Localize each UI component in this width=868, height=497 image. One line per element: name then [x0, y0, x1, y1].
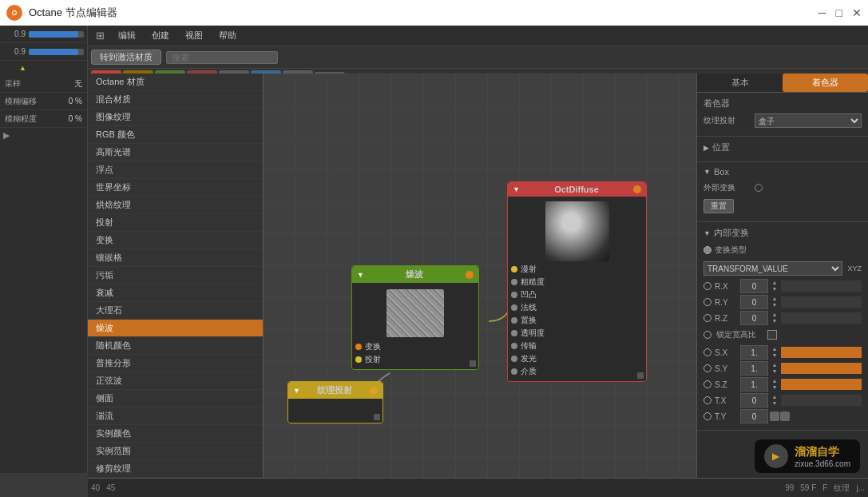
mat-turbflow[interactable]: 湍流: [88, 408, 263, 425]
noise-port-transform[interactable]: 变换: [355, 340, 475, 353]
diffuse-corner-dot: [637, 372, 644, 379]
top-actions: 转到激活材质: [88, 46, 868, 69]
menu-edit[interactable]: 编辑: [112, 28, 142, 43]
texture-projection-select[interactable]: 盒子 XYZ UVW: [755, 113, 862, 128]
mat-noise[interactable]: 燥波: [88, 320, 263, 337]
tx-label: T.X: [715, 396, 739, 405]
reset-button[interactable]: 重置: [704, 199, 734, 213]
noise-port-cast[interactable]: 投射: [355, 353, 475, 366]
right-tab-shader[interactable]: 着色器: [783, 74, 868, 92]
diffuse-port-bump[interactable]: 凹凸: [511, 288, 643, 301]
material-list-panel: Octane 材质 混合材质 图像纹理 RGB 颜色 高斯光谱 浮点 世界坐标 …: [88, 74, 264, 478]
mat-inst-range[interactable]: 实例范围: [88, 443, 263, 460]
port-label-emit: 发光: [521, 353, 537, 364]
diffuse-port-roughness[interactable]: 粗糙度: [511, 276, 643, 288]
transform-type-select[interactable]: TRANSFORM_VALUE TRANSFORM_FULL: [704, 261, 842, 276]
noise-node[interactable]: ▼ 燥波 变换 投射: [351, 265, 479, 370]
port-dot-bump: [511, 292, 517, 298]
slider-2-track[interactable]: [29, 49, 84, 55]
lock-aspect-checkbox[interactable]: [767, 330, 777, 340]
toolbar: ⊞ 编辑 创建 视图 帮助: [88, 26, 868, 46]
window-controls[interactable]: ─ □ ✕: [818, 6, 862, 19]
external-transform-label: 外部变换: [704, 182, 751, 193]
mat-bake[interactable]: 烘焙纹理: [88, 197, 263, 214]
ty-value[interactable]: 0: [740, 409, 768, 423]
diffuse-port-opacity[interactable]: 透明度: [511, 327, 643, 340]
mat-world[interactable]: 世界坐标: [88, 179, 263, 197]
rx-stepper[interactable]: ▲▼: [770, 280, 779, 292]
sx-radio[interactable]: [704, 348, 711, 356]
sy-row: S.Y 1. ▲▼: [704, 361, 862, 376]
diffuse-node[interactable]: ▼ OctDiffuse 漫射 粗糙度 凹凸: [507, 181, 647, 382]
toolbar-grid-icon[interactable]: ⊞: [91, 27, 109, 45]
tl-marker-40: 40: [91, 483, 100, 492]
mat-float[interactable]: 浮点: [88, 161, 263, 179]
sy-stepper[interactable]: ▲▼: [770, 362, 779, 375]
uvw-corner-dot: [374, 414, 380, 420]
mat-falloff[interactable]: 衰减: [88, 284, 263, 302]
mat-side[interactable]: 侧面: [88, 390, 263, 408]
mat-inst-color[interactable]: 实例颜色: [88, 425, 263, 443]
mat-dirt[interactable]: 污垢: [88, 267, 263, 284]
diffuse-port-medium[interactable]: 介质: [511, 365, 643, 378]
mat-image[interactable]: 图像纹理: [88, 109, 263, 126]
noise-preview: [386, 289, 444, 337]
sz-stepper[interactable]: ▲▼: [770, 378, 779, 391]
right-tab-basic[interactable]: 基本: [697, 74, 783, 92]
port-dot-displace: [511, 317, 517, 324]
mat-trim[interactable]: 修剪纹理: [88, 460, 263, 478]
diffuse-port-diffuse[interactable]: 漫射: [511, 263, 643, 276]
tx-stepper[interactable]: ▲▼: [770, 394, 779, 407]
sx-stepper[interactable]: ▲▼: [770, 346, 779, 359]
mat-turbulence[interactable]: 普推分形: [88, 355, 263, 372]
search-input[interactable]: [166, 51, 278, 64]
mat-sine[interactable]: 正弦波: [88, 372, 263, 390]
slider-row-2[interactable]: 0.9: [0, 43, 87, 61]
slider-1-track[interactable]: [29, 31, 84, 38]
rz-row: R.Z 0 ▲▼: [704, 311, 862, 325]
mat-cast[interactable]: 投射: [88, 214, 263, 232]
tx-radio[interactable]: [704, 396, 711, 404]
rx-value[interactable]: 0: [740, 279, 768, 293]
diffuse-port-displace[interactable]: 置换: [511, 314, 643, 327]
mat-transform[interactable]: 变换: [88, 232, 263, 249]
sz-radio[interactable]: [704, 380, 711, 388]
mat-gauss[interactable]: 高斯光谱: [88, 144, 263, 161]
lock-aspect-radio[interactable]: [704, 331, 711, 339]
menu-view[interactable]: 视图: [179, 28, 209, 43]
mat-random[interactable]: 随机颜色: [88, 337, 263, 355]
rz-radio[interactable]: [704, 314, 711, 322]
menu-create[interactable]: 创建: [145, 28, 176, 43]
transform-type-radio[interactable]: [704, 246, 711, 254]
mat-octane[interactable]: Octane 材质: [88, 74, 263, 91]
menu-help[interactable]: 帮助: [212, 28, 243, 43]
slider-row-1[interactable]: 0.9: [0, 26, 87, 43]
sx-value[interactable]: 1.: [740, 345, 768, 360]
ry-value[interactable]: 0: [740, 295, 768, 309]
rz-value[interactable]: 0: [740, 311, 768, 325]
rz-stepper[interactable]: ▲▼: [770, 312, 779, 324]
sy-radio[interactable]: [704, 364, 711, 372]
activate-material-button[interactable]: 转到激活材质: [91, 50, 161, 65]
diffuse-port-normal[interactable]: 法线: [511, 301, 643, 314]
mat-rgb[interactable]: RGB 颜色: [88, 126, 263, 144]
sy-value[interactable]: 1.: [740, 361, 768, 376]
ry-radio[interactable]: [704, 298, 711, 306]
mat-grid[interactable]: 镶嵌格: [88, 249, 263, 267]
mat-marble[interactable]: 大理石: [88, 302, 263, 320]
minimize-button[interactable]: ─: [818, 6, 826, 19]
maximize-button[interactable]: □: [836, 6, 842, 19]
close-button[interactable]: ✕: [852, 6, 862, 19]
diffuse-port-transmit[interactable]: 传输: [511, 340, 643, 352]
rz-label: R.Z: [715, 314, 739, 323]
port-dot-normal: [511, 304, 517, 311]
diffuse-port-emit[interactable]: 发光: [511, 352, 643, 365]
uvw-node[interactable]: ▼ 纹理投射: [287, 381, 383, 423]
sz-value[interactable]: 1.: [740, 377, 768, 392]
mat-blend[interactable]: 混合材质: [88, 91, 263, 109]
ty-radio[interactable]: [704, 412, 711, 420]
tx-value[interactable]: 0: [740, 393, 768, 408]
ry-stepper[interactable]: ▲▼: [770, 296, 779, 308]
node-editor-area[interactable]: ▼ 燥波 变换 投射 ▼ OctDiffuse: [264, 74, 696, 478]
rx-radio[interactable]: [704, 282, 711, 290]
